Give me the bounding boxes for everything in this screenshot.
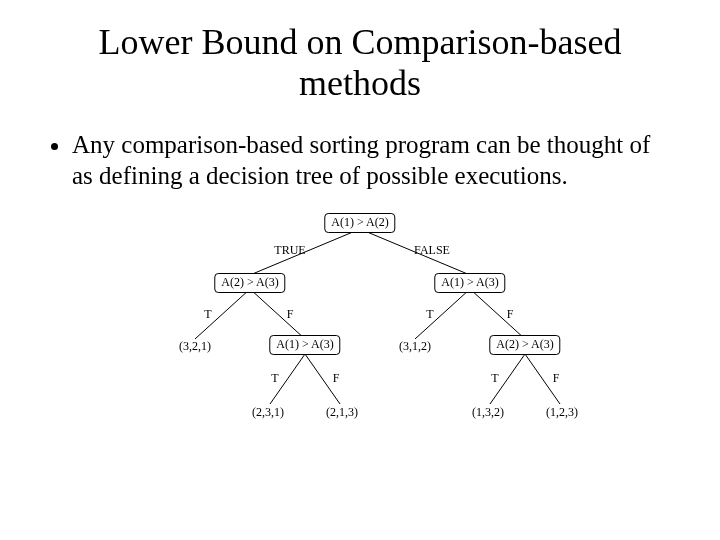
node-R: A(1) > A(3) (434, 273, 505, 293)
svg-line-5 (470, 289, 525, 339)
edge-label-R-F: F (507, 307, 514, 322)
leaf-231: (2,3,1) (252, 405, 284, 420)
slide-title: Lower Bound on Comparison-based methods (44, 22, 676, 105)
edge-label-R-T: T (426, 307, 433, 322)
tree-edges (140, 209, 580, 449)
node-R-label: A(1) > A(3) (434, 273, 505, 293)
svg-line-3 (250, 289, 305, 339)
decision-tree: A(1) > A(2) TRUE FALSE A(2) > A(3) A(1) … (140, 209, 580, 449)
node-LR: A(1) > A(3) (269, 335, 340, 355)
leaf-312: (3,1,2) (399, 339, 431, 354)
edge-label-true: TRUE (274, 243, 305, 258)
bullet-list: Any comparison-based sorting program can… (44, 129, 676, 192)
leaf-132: (1,3,2) (472, 405, 504, 420)
node-root: A(1) > A(2) (324, 213, 395, 233)
node-L: A(2) > A(3) (214, 273, 285, 293)
bullet-item: Any comparison-based sorting program can… (72, 129, 676, 192)
slide: Lower Bound on Comparison-based methods … (0, 0, 720, 540)
edge-label-L-T: T (204, 307, 211, 322)
node-RR: A(2) > A(3) (489, 335, 560, 355)
leaf-123: (1,2,3) (546, 405, 578, 420)
edge-label-RR-F: F (553, 371, 560, 386)
node-RR-label: A(2) > A(3) (489, 335, 560, 355)
node-root-label: A(1) > A(2) (324, 213, 395, 233)
svg-line-2 (195, 289, 250, 339)
edge-label-RR-T: T (491, 371, 498, 386)
svg-line-4 (415, 289, 470, 339)
edge-label-LR-T: T (271, 371, 278, 386)
edge-label-false: FALSE (414, 243, 450, 258)
leaf-213: (2,1,3) (326, 405, 358, 420)
leaf-321: (3,2,1) (179, 339, 211, 354)
node-L-label: A(2) > A(3) (214, 273, 285, 293)
edge-label-L-F: F (287, 307, 294, 322)
node-LR-label: A(1) > A(3) (269, 335, 340, 355)
edge-label-LR-F: F (333, 371, 340, 386)
